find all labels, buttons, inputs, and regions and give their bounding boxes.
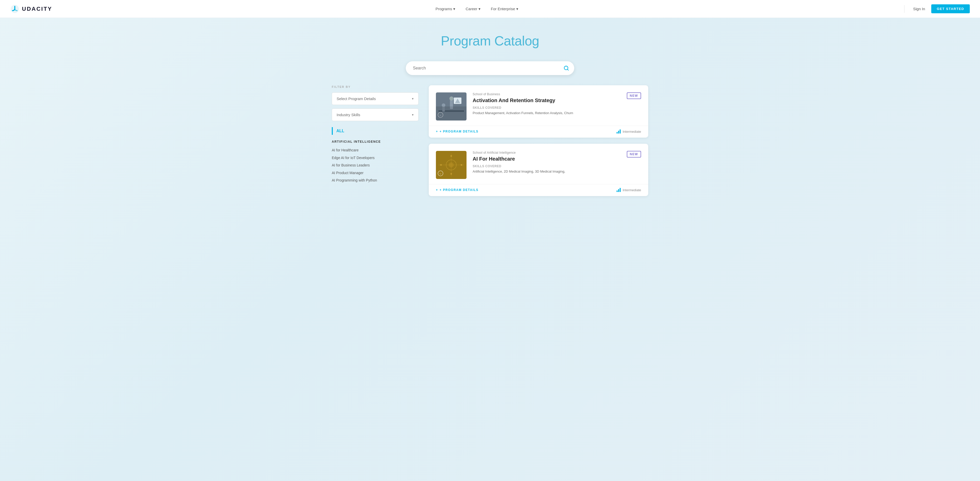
level-text-healthcare: Intermediate: [623, 188, 641, 192]
filter-select-program[interactable]: Select Program Details ▾: [332, 92, 418, 105]
bar-mid: [618, 189, 619, 192]
program-title: Activation And Retention Strategy: [473, 97, 620, 104]
search-section: [0, 59, 980, 85]
sidebar: FILTER BY Select Program Details ▾ Indus…: [332, 85, 418, 202]
sidebar-item-ai-product[interactable]: AI Product Manager: [332, 169, 418, 177]
sign-in-link[interactable]: Sign In: [913, 6, 925, 11]
filter-label: FILTER BY: [332, 85, 418, 88]
search-input[interactable]: [413, 61, 563, 75]
main-layout: FILTER BY Select Program Details ▾ Indus…: [324, 85, 656, 218]
new-badge-healthcare: NEW: [627, 151, 641, 158]
svg-point-7: [442, 104, 445, 107]
thumb-scene-ai: U: [436, 151, 466, 179]
skills-text: Product Management, Activation Funnels, …: [473, 111, 620, 116]
svg-text:U: U: [440, 114, 441, 116]
program-info-activation: School of Business Activation And Retent…: [473, 92, 620, 116]
program-details-label-healthcare: + PROGRAM DETAILS: [440, 188, 479, 192]
chevron-down-icon: ▾: [412, 113, 414, 117]
nav-career[interactable]: Career ▾: [466, 6, 480, 11]
skills-text-healthcare: Artificial Intelligence, 2D Medical Imag…: [473, 169, 620, 174]
program-details-label: + PROGRAM DETAILS: [440, 130, 479, 133]
level-text: Intermediate: [623, 130, 641, 134]
chevron-down-icon: ▾: [516, 6, 518, 11]
bar-mid: [618, 131, 619, 134]
level-chart-icon-healthcare: [617, 188, 620, 192]
bar-high: [620, 188, 620, 192]
svg-text:U: U: [440, 173, 441, 175]
nav-programs[interactable]: Programs ▾: [435, 6, 455, 11]
udacity-logo-icon: [10, 4, 19, 14]
filter-select-skills[interactable]: Industry Skills ▾: [332, 108, 418, 121]
sidebar-all-section: ALL ARTIFICIAL INTELLIGENCE AI for Healt…: [332, 127, 418, 184]
get-started-button[interactable]: GET STARTED: [931, 4, 970, 13]
hero-title: Program Catalog: [5, 33, 975, 48]
program-school: School of Business: [473, 92, 620, 96]
program-card-footer-healthcare: + + PROGRAM DETAILS Intermediate: [429, 184, 648, 196]
chevron-down-icon: ▾: [453, 6, 455, 11]
search-icon: [563, 65, 569, 71]
nav-enterprise[interactable]: For Enterprise ▾: [491, 6, 518, 11]
program-school-healthcare: School of Artificial Intelligence: [473, 151, 620, 154]
sidebar-item-ai-healthcare[interactable]: AI for Healthcare: [332, 147, 418, 154]
filter-select-program-wrapper: Select Program Details ▾: [332, 92, 418, 105]
sidebar-item-ai-python[interactable]: AI Programming with Python: [332, 177, 418, 184]
svg-point-20: [450, 173, 452, 175]
program-info-healthcare: School of Artificial Intelligence AI For…: [473, 151, 620, 174]
svg-point-10: [438, 112, 443, 118]
sidebar-all-label[interactable]: ALL: [332, 127, 418, 135]
level-chart-icon: [617, 129, 620, 134]
program-details-button-activation[interactable]: + + PROGRAM DETAILS: [436, 130, 479, 133]
bar-low: [617, 191, 617, 192]
nav-right: Sign In GET STARTED: [902, 4, 970, 13]
plus-icon: +: [436, 130, 438, 133]
svg-rect-6: [442, 107, 445, 111]
svg-point-5: [449, 97, 453, 100]
svg-rect-4: [450, 100, 453, 109]
program-thumbnail-ai: U: [436, 151, 466, 179]
program-list: U School of Business Activation And Rete…: [429, 85, 648, 202]
filter-program-label: Select Program Details: [337, 97, 375, 101]
skills-label-healthcare: Skills Covered: [473, 164, 620, 168]
nav-center: Programs ▾ Career ▾ For Enterprise ▾: [435, 6, 518, 11]
search-button[interactable]: [563, 65, 569, 71]
program-card-activation: U School of Business Activation And Rete…: [429, 85, 648, 138]
program-card-body: U School of Business Activation And Rete…: [429, 85, 648, 126]
thumb-scene-business: U: [436, 92, 466, 121]
skills-label: Skills Covered: [473, 106, 620, 110]
sidebar-category-ai: ARTIFICIAL INTELLIGENCE AI for Healthcar…: [332, 140, 418, 184]
level-indicator-activation: Intermediate: [617, 129, 641, 134]
program-details-button-healthcare[interactable]: + + PROGRAM DETAILS: [436, 188, 479, 192]
svg-point-17: [440, 164, 442, 166]
svg-point-16: [449, 162, 454, 167]
chevron-down-icon: ▾: [412, 97, 414, 100]
program-card-healthcare: U School of Artificial Intelligence AI F…: [429, 144, 648, 196]
logo-text: UDACITY: [22, 6, 52, 12]
navbar: UDACITY Programs ▾ Career ▾ For Enterpri…: [0, 0, 980, 18]
chevron-down-icon: ▾: [479, 6, 480, 11]
logo-link[interactable]: UDACITY: [10, 4, 52, 14]
sidebar-category-title-ai: ARTIFICIAL INTELLIGENCE: [332, 140, 418, 143]
filter-skills-label: Industry Skills: [337, 113, 360, 117]
level-indicator-healthcare: Intermediate: [617, 188, 641, 192]
program-title-healthcare: AI For Healthcare: [473, 156, 620, 162]
sidebar-item-ai-business[interactable]: AI for Business Leaders: [332, 162, 418, 169]
program-thumbnail-business: U: [436, 92, 466, 121]
hero-section: Program Catalog: [0, 18, 980, 59]
program-card-body-healthcare: U School of Artificial Intelligence AI F…: [429, 144, 648, 184]
filter-select-skills-wrapper: Industry Skills ▾: [332, 108, 418, 121]
search-box: [406, 61, 574, 75]
program-card-footer-activation: + + PROGRAM DETAILS Intermediate: [429, 126, 648, 138]
svg-line-1: [567, 69, 568, 70]
sidebar-item-edge-ai[interactable]: Edge AI for IoT Developers: [332, 154, 418, 162]
new-badge-activation: NEW: [627, 92, 641, 99]
svg-point-19: [450, 155, 452, 157]
svg-rect-3: [438, 110, 464, 112]
plus-icon: +: [436, 188, 438, 192]
svg-point-18: [461, 164, 462, 166]
bar-low: [617, 132, 617, 134]
bar-high: [620, 129, 620, 134]
